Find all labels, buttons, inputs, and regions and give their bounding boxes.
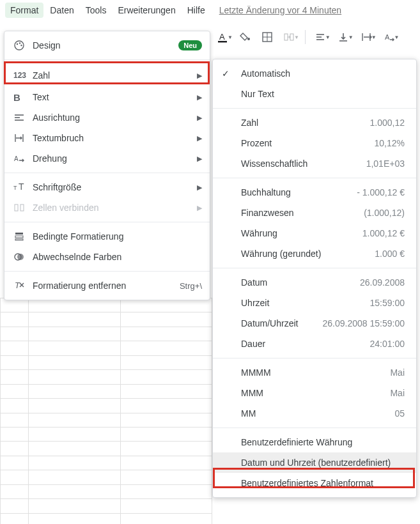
sub-example: 26.09.2008 — [360, 277, 405, 288]
sub-label: Buchhaltung — [237, 187, 357, 197]
menu-label: Formatierung entfernen — [29, 281, 180, 291]
fontsize-icon: TT — [13, 181, 29, 193]
menu-separator — [213, 108, 416, 109]
zahl-submenu: ✓ Automatisch Nur Text Zahl 1.000,12 Pro… — [212, 59, 417, 498]
number-icon: 123 — [13, 71, 29, 80]
borders-button[interactable] — [258, 28, 276, 46]
shortcut-text: Strg+\ — [180, 281, 202, 291]
sub-buchhaltung[interactable]: Buchhaltung - 1.000,12 € — [213, 182, 416, 203]
sub-label: Datum/Uhrzeit — [237, 318, 323, 328]
menu-zahl[interactable]: 123 Zahl ▶ — [4, 64, 210, 87]
check-icon: ✓ — [222, 68, 237, 79]
svg-rect-27 — [15, 204, 18, 211]
svg-point-2 — [247, 38, 250, 40]
svg-point-16 — [17, 43, 18, 45]
menu-format[interactable]: Format — [5, 3, 43, 18]
sub-automatisch[interactable]: ✓ Automatisch — [213, 63, 416, 84]
sub-label: Währung — [237, 228, 362, 238]
sub-waehrung-gerundet[interactable]: Währung (gerundet) 1.000 € — [213, 243, 416, 264]
svg-point-15 — [15, 41, 24, 50]
svg-rect-30 — [15, 236, 23, 238]
sub-label: MMM — [237, 388, 390, 398]
sub-uhrzeit[interactable]: Uhrzeit 15:59:00 — [213, 293, 416, 313]
svg-text:T: T — [19, 181, 24, 192]
sub-zahl[interactable]: Zahl 1.000,12 — [213, 112, 416, 133]
dropdown-icon[interactable]: ▼ — [228, 35, 233, 40]
menu-label: Abwechselnde Farben — [29, 252, 202, 262]
sub-benutzerdefiniertes-zahlenformat[interactable]: Benutzerdefiniertes Zahlenformat — [213, 473, 416, 493]
menu-ausrichtung[interactable]: Ausrichtung ▶ — [4, 107, 210, 128]
svg-rect-1 — [218, 41, 227, 43]
menu-label: Textumbruch — [29, 133, 197, 143]
chevron-right-icon: ▶ — [197, 72, 202, 80]
sub-example: 1.000 € — [375, 249, 405, 259]
sub-label: Datum — [237, 277, 360, 288]
sub-label: Prozent — [237, 138, 375, 148]
sub-mmmm[interactable]: MMMM Mai — [213, 362, 416, 383]
sub-datum-uhrzeit[interactable]: Datum/Uhrzeit 26.09.2008 15:59:00 — [213, 313, 416, 334]
sub-waehrung[interactable]: Währung 1.000,12 € — [213, 223, 416, 243]
menu-textumbruch[interactable]: Textumbruch ▶ — [4, 128, 210, 148]
menu-label: Text — [29, 92, 197, 102]
sub-label: Uhrzeit — [237, 298, 370, 308]
sub-example: 05 — [394, 408, 405, 419]
menu-text[interactable]: B Text ▶ — [4, 87, 210, 107]
chevron-right-icon: ▶ — [197, 93, 202, 102]
alternating-colors-icon — [13, 251, 29, 263]
svg-text:A: A — [385, 33, 390, 41]
menu-erweiterungen[interactable]: Erweiterungen — [113, 3, 180, 18]
sub-example: 1.000,12 — [370, 118, 405, 128]
align-icon — [13, 112, 29, 123]
sub-nur-text[interactable]: Nur Text — [213, 84, 416, 104]
sub-label: Benutzerdefinierte Währung — [237, 437, 405, 447]
sub-label: Benutzerdefiniertes Zahlenformat — [237, 478, 405, 488]
sub-label: MM — [237, 408, 394, 419]
dropdown-icon[interactable]: ▼ — [348, 35, 354, 40]
menu-separator — [213, 178, 416, 178]
menu-bedingte-formatierung[interactable]: Bedingte Formatierung — [4, 226, 210, 247]
sub-dauer[interactable]: Dauer 24:01:00 — [213, 334, 416, 354]
svg-text:T: T — [15, 281, 20, 290]
sub-datum-uhrzeit-benutzerdefiniert[interactable]: Datum und Uhrzeit (benutzerdefiniert) — [213, 452, 416, 473]
dropdown-icon[interactable]: ▼ — [371, 35, 377, 40]
sub-wissenschaftlich[interactable]: Wissenschaftlich 1,01E+03 — [213, 153, 416, 174]
menu-label: Zahl — [29, 70, 197, 81]
spreadsheet-grid[interactable] — [0, 298, 212, 524]
menu-hilfe[interactable]: Hilfe — [182, 3, 210, 18]
fill-color-button[interactable] — [237, 28, 254, 46]
menu-abwechselnde-farben[interactable]: Abwechselnde Farben — [4, 247, 210, 267]
menu-separator — [213, 428, 416, 428]
sub-example: - 1.000,12 € — [357, 187, 405, 197]
menu-label: Schriftgröße — [29, 182, 197, 192]
menu-schriftgroesse[interactable]: TT Schriftgröße ▶ — [4, 177, 210, 197]
menu-separator — [4, 222, 210, 222]
menu-formatierung-entfernen[interactable]: T Formatierung entfernen Strg+\ — [4, 275, 210, 296]
menu-label: Zellen verbinden — [29, 203, 197, 213]
svg-rect-29 — [15, 233, 23, 235]
menu-label: Drehung — [29, 153, 197, 164]
last-change-link[interactable]: Letzte Änderung vor 4 Minuten — [219, 5, 341, 15]
sub-prozent[interactable]: Prozent 10,12% — [213, 133, 416, 153]
dropdown-icon[interactable]: ▼ — [325, 35, 331, 40]
sub-finanzwesen[interactable]: Finanzwesen (1.000,12) — [213, 203, 416, 223]
chevron-right-icon: ▶ — [197, 204, 202, 212]
menu-drehung[interactable]: A Drehung ▶ — [4, 148, 210, 169]
menu-tools[interactable]: Tools — [81, 3, 112, 18]
sub-example: 24:01:00 — [370, 339, 405, 349]
chevron-right-icon: ▶ — [197, 183, 202, 192]
dropdown-icon[interactable]: ▼ — [394, 35, 400, 40]
menu-daten[interactable]: Daten — [45, 3, 79, 18]
sub-mm[interactable]: MM 05 — [213, 403, 416, 424]
sub-label: Währung (gerundet) — [237, 249, 375, 259]
sub-mmm[interactable]: MMM Mai — [213, 383, 416, 403]
sub-datum[interactable]: Datum 26.09.2008 — [213, 272, 416, 293]
chevron-right-icon: ▶ — [197, 155, 202, 163]
sub-label: Automatisch — [237, 68, 405, 79]
toolbar-separator — [305, 30, 306, 44]
sub-label: Dauer — [237, 339, 370, 349]
dropdown-icon[interactable]: ▼ — [294, 35, 299, 40]
bold-icon: B — [13, 92, 29, 103]
sub-example: 1.000,12 € — [362, 228, 405, 238]
menu-design[interactable]: Design Neu — [4, 35, 210, 56]
sub-benutzerdefinierte-waehrung[interactable]: Benutzerdefinierte Währung — [213, 432, 416, 452]
